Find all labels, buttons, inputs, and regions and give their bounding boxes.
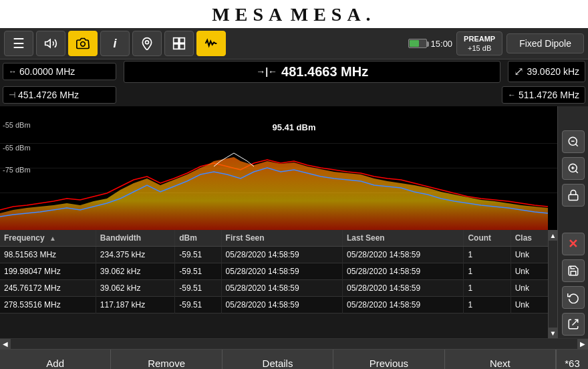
table-cell: 1 [464, 247, 510, 263]
span-icon: ↔ [9, 67, 17, 76]
time-display: 15:00 [431, 39, 453, 49]
table-row[interactable]: 199.98047 MHz39.062 kHz-59.5105/28/2020 … [0, 263, 548, 280]
col-first-seen[interactable]: First Seen [221, 230, 342, 247]
table-cell: 05/28/2020 14:58:59 [343, 297, 464, 314]
lock-button[interactable] [562, 184, 585, 207]
table-cell: -59.51 [175, 297, 221, 314]
start-freq-box[interactable]: ⊣ 451.4726 MHz [3, 86, 116, 104]
menu-button[interactable]: ☰ [4, 31, 33, 56]
zoom-in-button[interactable] [562, 157, 585, 180]
db-label-65: -65 dBm [3, 144, 31, 152]
save-button[interactable] [562, 259, 585, 282]
hscroll-track [11, 339, 577, 349]
center-freq-box[interactable]: →|← 481.4663 MHz [124, 61, 500, 83]
span-freq-box[interactable]: ↔ 60.0000 MHz [3, 63, 116, 80]
preamp-button[interactable]: PREAMP +15 dB [456, 31, 502, 56]
table-row[interactable]: 278.53516 MHz117.187 kHz-59.5105/28/2020… [0, 297, 548, 314]
table-cell: 39.062 kHz [96, 263, 174, 280]
antenna-button[interactable]: Fixed Dipole [506, 33, 584, 53]
toolbar-right: 15:00 PREAMP +15 dB Fixed Dipole [408, 31, 584, 56]
col-bandwidth[interactable]: Bandwidth [96, 230, 174, 247]
battery-time-display: 15:00 [408, 39, 453, 49]
remove-button[interactable]: Remove [111, 350, 222, 369]
svg-point-1 [81, 42, 86, 47]
table-overflow: Frequency ▲ Bandwidth dBm First Seen Las… [0, 230, 548, 314]
info-button[interactable]: i [100, 31, 130, 56]
center-freq-value: 481.4663 MHz [281, 64, 368, 80]
svg-rect-5 [174, 44, 179, 49]
zoom-controls [557, 106, 588, 230]
col-frequency[interactable]: Frequency ▲ [0, 230, 96, 247]
close-button[interactable]: ✕ [562, 233, 585, 255]
table-scrollbar-vertical: ▲ ▼ [548, 230, 557, 338]
table-cell: 05/28/2020 14:58:59 [343, 280, 464, 297]
start-freq-value: 451.4726 MHz [18, 90, 79, 100]
table-cell: 199.98047 MHz [0, 263, 96, 280]
span-freq-value: 60.0000 MHz [19, 66, 75, 77]
svg-rect-3 [174, 38, 179, 43]
svg-line-15 [575, 170, 577, 172]
stop-freq-value: 511.4726 MHz [519, 90, 579, 100]
table-body: 98.51563 MHz234.375 kHz-59.5105/28/2020 … [0, 247, 548, 314]
start-icon: ⊣ [9, 90, 15, 100]
zoom-out-button[interactable] [562, 130, 585, 153]
hscroll-right-button[interactable]: ▶ [577, 339, 588, 350]
table-cell: -59.51 [175, 247, 221, 263]
table-sidebar-row: Frequency ▲ Bandwidth dBm First Seen Las… [0, 230, 588, 338]
antenna-label: Fixed Dipole [519, 38, 571, 49]
scroll-down-button[interactable]: ▼ [549, 328, 558, 338]
db-label-75: -75 dBm [3, 166, 31, 174]
svg-rect-6 [180, 44, 185, 49]
count-badge: *63 [556, 350, 588, 369]
camera-button[interactable] [68, 31, 98, 56]
table-cell: 39.062 kHz [96, 280, 174, 297]
table-cell: 05/28/2020 14:58:59 [343, 247, 464, 263]
table-cell: Unk [510, 297, 548, 314]
scroll-up-button[interactable]: ▲ [549, 230, 558, 241]
toolbar: ☰ i 15:00 PREAMP +15 dB Fixed [0, 28, 588, 59]
table-cell: 98.51563 MHz [0, 247, 96, 263]
previous-button[interactable]: Previous [333, 350, 444, 369]
hscroll-left-button[interactable]: ◀ [0, 339, 11, 350]
svg-rect-18 [569, 195, 578, 200]
network-button[interactable] [164, 31, 194, 56]
add-button[interactable]: Add [0, 350, 111, 369]
col-dbm[interactable]: dBm [175, 230, 221, 247]
table-cell: 234.375 kHz [96, 247, 174, 263]
table-cell: Unk [510, 263, 548, 280]
logo-bar: MESA MESA. [0, 0, 588, 28]
col-class[interactable]: Clas [510, 230, 548, 247]
db-label-55: -55 dBm [3, 121, 31, 129]
battery-icon [408, 39, 427, 48]
table-cell: 278.53516 MHz [0, 297, 96, 314]
table-row[interactable]: 245.76172 MHz39.062 kHz-59.5105/28/2020 … [0, 280, 548, 297]
svg-rect-4 [180, 38, 185, 43]
signal-table-wrap: Frequency ▲ Bandwidth dBm First Seen Las… [0, 230, 548, 338]
stop-freq-box[interactable]: ← 511.4726 MHz [502, 86, 585, 104]
col-last-seen[interactable]: Last Seen [343, 230, 464, 247]
next-button[interactable]: Next [445, 350, 556, 369]
waveform-button[interactable] [196, 31, 226, 56]
table-cell: 05/28/2020 14:58:59 [221, 280, 342, 297]
details-button[interactable]: Details [223, 350, 333, 369]
signal-table: Frequency ▲ Bandwidth dBm First Seen Las… [0, 230, 548, 314]
table-cell: 1 [464, 297, 510, 314]
refresh-button[interactable] [562, 286, 585, 309]
frequency-row2: ⊣ 451.4726 MHz ← 511.4726 MHz [0, 84, 588, 106]
table-row[interactable]: 98.51563 MHz234.375 kHz-59.5105/28/2020 … [0, 247, 548, 263]
table-cell: 1 [464, 263, 510, 280]
col-count[interactable]: Count [464, 230, 510, 247]
svg-line-12 [575, 144, 577, 146]
sound-button[interactable] [36, 31, 65, 56]
rbw-freq-box[interactable]: ⤢ 39.0620 kHz [508, 61, 585, 82]
table-cell: Unk [510, 247, 548, 263]
rbw-value: 39.0620 kHz [527, 66, 579, 77]
table-cell: 117.187 kHz [96, 297, 174, 314]
table-cell: 05/28/2020 14:58:59 [221, 297, 342, 314]
location-button[interactable] [132, 31, 162, 56]
center-arrows: →|← [256, 66, 277, 77]
export-button[interactable] [562, 313, 585, 336]
spectrum-chart [0, 106, 557, 230]
bottom-bar: Add Remove Details Previous Next *63 [0, 349, 588, 369]
svg-line-19 [572, 320, 577, 325]
